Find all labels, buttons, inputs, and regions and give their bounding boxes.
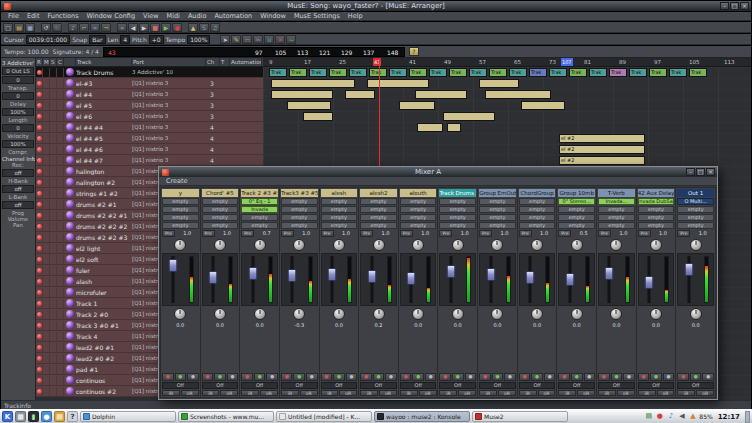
midi-icon[interactable]: ♪ xyxy=(666,412,675,421)
automation-mode-combo[interactable]: Off xyxy=(202,382,239,389)
record-button[interactable]: ● xyxy=(241,373,253,381)
solo-button[interactable] xyxy=(50,332,57,341)
pan-knob[interactable] xyxy=(373,308,385,320)
gain-knob[interactable] xyxy=(491,239,503,251)
gain-knob[interactable] xyxy=(531,239,543,251)
arranger-part[interactable]: Trak xyxy=(529,68,547,77)
effect-slot[interactable]: empty xyxy=(202,222,239,229)
arranger-part[interactable]: el #2 xyxy=(559,134,645,143)
pan-knob[interactable] xyxy=(531,308,543,320)
track-port[interactable]: [Q1] nistrio 3 xyxy=(132,91,206,97)
mute-button[interactable] xyxy=(43,321,50,330)
strip-track-name[interactable]: Track 2 #3 #5 xyxy=(241,189,278,197)
mute-button[interactable] xyxy=(43,288,50,297)
effect-slot[interactable]: empty xyxy=(439,214,476,221)
strip-track-name[interactable]: ChordGroup xyxy=(519,189,556,197)
effect-slot[interactable]: empty xyxy=(360,206,397,213)
mute-button[interactable]: ● xyxy=(650,373,662,381)
mute-button[interactable]: ● xyxy=(333,373,345,381)
sync-icon[interactable]: S xyxy=(199,23,209,32)
arranger-part[interactable]: Trak xyxy=(689,68,707,77)
automation-mode-combo[interactable]: Off xyxy=(519,382,556,389)
window-maximize-button[interactable]: □ xyxy=(730,2,739,10)
effect-slot[interactable]: empty xyxy=(638,214,675,221)
fader-handle[interactable] xyxy=(327,268,336,281)
mute-button[interactable] xyxy=(43,244,50,253)
track-port[interactable]: [Q1] nistrio 3 xyxy=(132,102,206,108)
solo-button[interactable] xyxy=(50,387,57,396)
track-row[interactable]: el #6[Q1] nistrio 33 xyxy=(36,111,263,122)
record-arm-button[interactable] xyxy=(36,233,43,242)
taskbar-task-muse2[interactable]: Muse2 xyxy=(472,411,568,422)
trackinfo-compr-value[interactable]: 100% xyxy=(2,140,34,148)
arranger-part[interactable]: Trak xyxy=(569,68,587,77)
konsole-launcher-icon[interactable]: ▮ xyxy=(28,411,39,422)
input-routes-button[interactable]: iR xyxy=(677,390,695,396)
arranger-part[interactable] xyxy=(271,90,333,99)
arranger-part[interactable] xyxy=(345,90,375,99)
pre-button[interactable]: Pre xyxy=(241,230,254,237)
record-arm-button[interactable] xyxy=(36,321,43,330)
automation-mode-combo[interactable]: Off xyxy=(677,382,714,389)
mute-button[interactable] xyxy=(43,112,50,121)
mute-button[interactable] xyxy=(43,123,50,132)
pre-button[interactable]: Pre xyxy=(519,230,532,237)
trackinfo-velocity-value[interactable]: 0 xyxy=(2,124,34,132)
class-button[interactable] xyxy=(57,310,64,319)
effect-slot[interactable]: empty xyxy=(598,222,635,229)
menu-midi[interactable]: Midi xyxy=(163,12,184,21)
effect-slot[interactable]: empty xyxy=(321,222,358,229)
solo-button[interactable] xyxy=(50,112,57,121)
effect-slot[interactable]: empty xyxy=(241,222,278,229)
input-routes-button[interactable]: iR xyxy=(519,390,537,396)
solo-button[interactable]: ● xyxy=(702,373,714,381)
mute-button[interactable] xyxy=(43,189,50,198)
gain-knob[interactable] xyxy=(452,239,464,251)
strip-track-name[interactable]: Group EmOut xyxy=(479,189,516,197)
record-arm-button[interactable] xyxy=(36,343,43,352)
arranger-part[interactable] xyxy=(399,101,435,110)
mute-button[interactable] xyxy=(43,156,50,165)
record-button[interactable]: ● xyxy=(598,373,610,381)
timeline-ruler[interactable]: 9172533414957657381899710511312143107 xyxy=(263,58,751,67)
arranger-part[interactable]: Trak xyxy=(389,68,407,77)
arranger-part[interactable]: Trak xyxy=(449,68,467,77)
gain-knob[interactable] xyxy=(373,239,385,251)
record-button[interactable]: ● xyxy=(558,373,570,381)
effect-slot[interactable]: empty xyxy=(360,222,397,229)
main-window-titlebar[interactable]: MusE: Song: wayo_faster? - [MusE: Arrang… xyxy=(1,1,751,11)
gain-knob[interactable] xyxy=(333,239,345,251)
arranger-part[interactable]: Trak xyxy=(289,68,307,77)
mute-button[interactable]: ● xyxy=(254,373,266,381)
effect-slot[interactable]: empty xyxy=(162,214,199,221)
trackinfo-tab[interactable]: Trackinfo xyxy=(4,402,31,409)
class-button[interactable] xyxy=(57,255,64,264)
strip-track-name[interactable]: Track3 #3 #5 xyxy=(281,189,318,197)
track-channel[interactable]: 4 xyxy=(206,135,218,142)
trackinfo-l-bank-value[interactable]: off xyxy=(2,185,34,193)
class-button[interactable] xyxy=(57,332,64,341)
record-arm-button[interactable] xyxy=(36,200,43,209)
menu-help[interactable]: Help xyxy=(344,12,367,21)
solo-button[interactable] xyxy=(50,354,57,363)
menu-audio[interactable]: Audio xyxy=(184,12,210,21)
fader-handle[interactable] xyxy=(565,273,574,286)
track-port[interactable]: 3 Addictive' 10 xyxy=(132,69,206,75)
solo-button[interactable] xyxy=(50,365,57,374)
menu-automation[interactable]: Automation xyxy=(210,12,256,21)
automation-mode-combo[interactable]: Off xyxy=(558,382,595,389)
input-routes-button[interactable]: iR xyxy=(162,390,180,396)
record-arm-button[interactable] xyxy=(36,310,43,319)
mixer-menu-create[interactable]: Create xyxy=(162,177,192,186)
effect-slot[interactable]: empty xyxy=(360,214,397,221)
mixer-maximize-button[interactable]: □ xyxy=(696,168,705,176)
solo-button[interactable] xyxy=(50,255,57,264)
class-button[interactable] xyxy=(57,178,64,187)
track-port[interactable]: [Q1] nistrio 3 xyxy=(132,157,206,163)
arranger-part[interactable]: Trak xyxy=(629,68,647,77)
effect-slot[interactable]: empty xyxy=(400,206,437,213)
pan-knob[interactable] xyxy=(650,308,662,320)
record-arm-button[interactable] xyxy=(36,365,43,374)
window-minimize-button[interactable]: – xyxy=(720,2,729,10)
pan-knob[interactable] xyxy=(690,308,702,320)
